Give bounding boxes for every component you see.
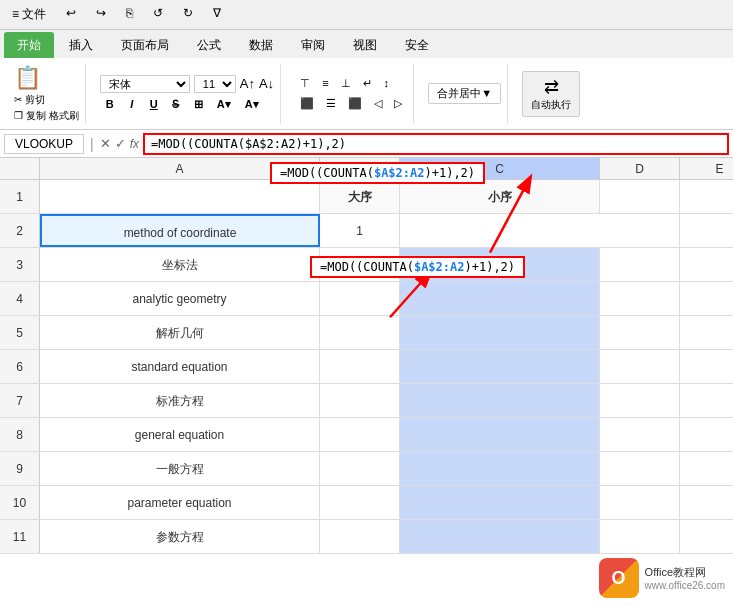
cell-5a[interactable]: 解析几何 <box>40 316 320 349</box>
cell-9b[interactable] <box>320 452 400 485</box>
format-brush-button[interactable]: 格式刷 <box>49 109 79 123</box>
cell-3a[interactable]: 坐标法 <box>40 248 320 281</box>
cell-5d[interactable] <box>600 316 680 349</box>
align-center-button[interactable]: ☰ <box>321 95 341 112</box>
menu-redo2-icon[interactable]: ↻ <box>179 4 197 25</box>
cell-3d[interactable] <box>600 248 680 281</box>
cell-5e[interactable] <box>680 316 733 349</box>
cell-10b[interactable] <box>320 486 400 519</box>
cell-8c[interactable] <box>400 418 600 451</box>
cell-6d[interactable] <box>600 350 680 383</box>
cell-4b[interactable] <box>320 282 400 315</box>
cell-7b[interactable] <box>320 384 400 417</box>
cell-6a[interactable]: standard equation <box>40 350 320 383</box>
cell-2e[interactable] <box>680 214 733 247</box>
cell-7e[interactable] <box>680 384 733 417</box>
cell-11d[interactable] <box>600 520 680 553</box>
formula-input[interactable] <box>143 133 729 155</box>
font-name-select[interactable]: 宋体 <box>100 75 190 93</box>
align-bottom-button[interactable]: ⊥ <box>336 75 356 92</box>
align-middle-button[interactable]: ≡ <box>317 75 333 92</box>
cell-4c[interactable] <box>400 282 600 315</box>
cell-1e[interactable] <box>680 180 733 213</box>
border-button[interactable]: ⊞ <box>188 96 209 113</box>
cell-10a[interactable]: parameter equation <box>40 486 320 519</box>
cell-7a[interactable]: 标准方程 <box>40 384 320 417</box>
cell-9d[interactable] <box>600 452 680 485</box>
tab-data[interactable]: 数据 <box>236 32 286 58</box>
formula-confirm-icon[interactable]: ✓ <box>115 136 126 151</box>
cell-4d[interactable] <box>600 282 680 315</box>
cell-7c[interactable] <box>400 384 600 417</box>
cell-8d[interactable] <box>600 418 680 451</box>
align-right-button[interactable]: ⬛ <box>343 95 367 112</box>
cell-1d[interactable] <box>600 180 680 213</box>
cell-9a[interactable]: 一般方程 <box>40 452 320 485</box>
cell-2a[interactable]: method of coordinate <box>40 214 320 247</box>
font-color-button[interactable]: A▾ <box>239 96 265 113</box>
cell-10d[interactable] <box>600 486 680 519</box>
cut-button[interactable]: ✂ 剪切 <box>14 93 45 107</box>
tab-safety[interactable]: 安全 <box>392 32 442 58</box>
tab-layout[interactable]: 页面布局 <box>108 32 182 58</box>
tab-start[interactable]: 开始 <box>4 32 54 58</box>
align-top-button[interactable]: ⊤ <box>295 75 315 92</box>
menu-redo-icon[interactable]: ↪ <box>92 4 110 25</box>
cell-11a[interactable]: 参数方程 <box>40 520 320 553</box>
cell-8e[interactable] <box>680 418 733 451</box>
indent-decrease-button[interactable]: ◁ <box>369 95 387 112</box>
cell-4a[interactable]: analytic geometry <box>40 282 320 315</box>
cell-11e[interactable] <box>680 520 733 553</box>
formula-cancel-icon[interactable]: ✕ <box>100 136 111 151</box>
menu-undo-icon[interactable]: ↩ <box>62 4 80 25</box>
cell-9c[interactable] <box>400 452 600 485</box>
cell-6b[interactable] <box>320 350 400 383</box>
italic-button[interactable]: I <box>122 96 142 113</box>
cell-8b[interactable] <box>320 418 400 451</box>
fill-color-button[interactable]: A▾ <box>211 96 237 113</box>
cell-7d[interactable] <box>600 384 680 417</box>
cell-5b[interactable] <box>320 316 400 349</box>
font-grow-icon[interactable]: A↑ <box>240 76 255 91</box>
menu-more-icon[interactable]: ∇ <box>209 4 225 25</box>
cell-9e[interactable] <box>680 452 733 485</box>
menu-copy-icon[interactable]: ⎘ <box>122 4 137 25</box>
tab-insert[interactable]: 插入 <box>56 32 106 58</box>
cell-5c[interactable] <box>400 316 600 349</box>
formula-fx-icon[interactable]: fx <box>130 137 139 151</box>
strikethrough-button[interactable]: S̶ <box>166 96 186 113</box>
col-header-d[interactable]: D <box>600 158 680 179</box>
cell-6e[interactable] <box>680 350 733 383</box>
cell-6c[interactable] <box>400 350 600 383</box>
text-direction-button[interactable]: ↕ <box>379 75 395 92</box>
cell-8a[interactable]: general equation <box>40 418 320 451</box>
font-size-select[interactable]: 11 <box>194 75 236 93</box>
font-shrink-icon[interactable]: A↓ <box>259 76 274 91</box>
underline-button[interactable]: U <box>144 96 164 113</box>
col-header-e[interactable]: E <box>680 158 733 179</box>
align-left-button[interactable]: ⬛ <box>295 95 319 112</box>
cell-10c[interactable] <box>400 486 600 519</box>
cell-2d[interactable] <box>600 214 680 247</box>
wrap-text-button[interactable]: ↵ <box>358 75 377 92</box>
cell-1a[interactable] <box>40 180 320 213</box>
cell-3e[interactable] <box>680 248 733 281</box>
tab-view[interactable]: 视图 <box>340 32 390 58</box>
tab-review[interactable]: 审阅 <box>288 32 338 58</box>
merge-cells-button[interactable]: 合并居中▼ <box>428 83 501 104</box>
indent-increase-button[interactable]: ▷ <box>389 95 407 112</box>
bold-button[interactable]: B <box>100 96 120 113</box>
cell-2b[interactable]: 1 <box>320 214 400 247</box>
cell-11c[interactable] <box>400 520 600 553</box>
cell-1b[interactable]: 大序 <box>320 180 400 213</box>
tab-formula[interactable]: 公式 <box>184 32 234 58</box>
cell-11b[interactable] <box>320 520 400 553</box>
menu-file[interactable]: ≡ 文件 <box>8 4 50 25</box>
cell-1c[interactable]: 小序 <box>400 180 600 213</box>
cell-reference-input[interactable] <box>4 134 84 154</box>
cell-4e[interactable] <box>680 282 733 315</box>
cell-10e[interactable] <box>680 486 733 519</box>
paste-button[interactable]: 📋 <box>14 65 79 91</box>
auto-run-button[interactable]: ⇄ 自动执行 <box>522 71 580 117</box>
copy-button[interactable]: ❐ 复制 <box>14 109 46 123</box>
